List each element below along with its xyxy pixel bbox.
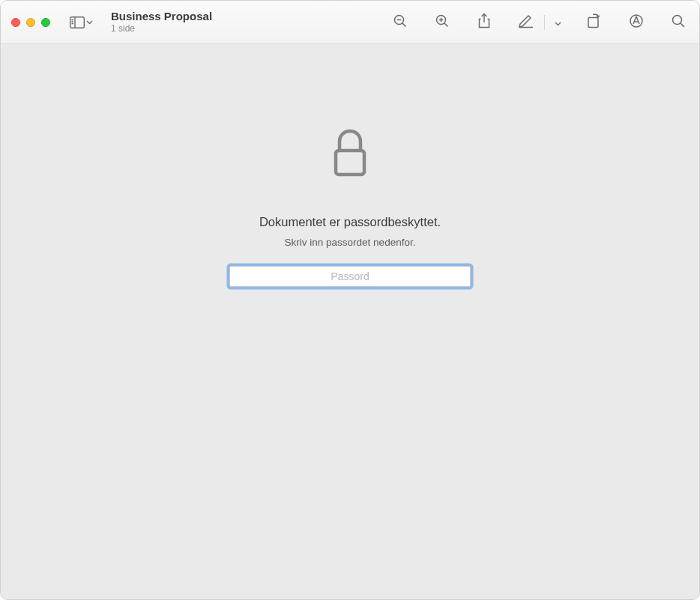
highlight-button[interactable] xyxy=(516,12,537,33)
zoom-in-button[interactable] xyxy=(432,12,453,33)
svg-line-6 xyxy=(402,23,406,27)
chevron-down-icon xyxy=(86,20,93,25)
svg-line-18 xyxy=(681,23,684,27)
svg-point-17 xyxy=(673,15,682,24)
share-button[interactable] xyxy=(474,12,495,33)
lock-icon xyxy=(329,127,371,184)
document-subtitle: 1 side xyxy=(111,24,212,34)
protected-message: Dokumentet er passordbeskyttet. xyxy=(259,215,441,229)
toolbar xyxy=(390,12,689,33)
password-input[interactable] xyxy=(229,266,471,287)
svg-rect-19 xyxy=(336,151,364,175)
sidebar-toggle-button[interactable] xyxy=(67,15,96,30)
markup-toolbar-button[interactable] xyxy=(626,12,647,33)
share-icon xyxy=(477,13,491,32)
search-icon xyxy=(671,13,686,31)
svg-rect-0 xyxy=(70,16,85,28)
rotate-icon xyxy=(586,13,603,32)
markup-icon xyxy=(629,13,644,31)
fullscreen-button[interactable] xyxy=(41,18,50,27)
document-title: Business Proposal xyxy=(111,10,212,22)
chevron-down-icon xyxy=(555,16,561,29)
markup-group xyxy=(516,12,563,33)
window-controls xyxy=(11,18,50,27)
zoom-out-button[interactable] xyxy=(390,12,411,33)
enter-password-message: Skriv inn passordet nedenfor. xyxy=(285,237,416,248)
app-window: Business Proposal 1 side xyxy=(0,0,700,600)
document-title-block: Business Proposal 1 side xyxy=(111,10,212,34)
svg-line-9 xyxy=(444,23,448,27)
sidebar-icon xyxy=(70,16,85,28)
zoom-out-icon xyxy=(393,13,408,31)
zoom-in-icon xyxy=(435,13,450,31)
pencil-icon xyxy=(518,13,534,31)
highlight-menu-button[interactable] xyxy=(552,12,563,33)
toolbar-divider xyxy=(544,15,545,30)
content-area: Dokumentet er passordbeskyttet. Skriv in… xyxy=(1,44,699,599)
rotate-button[interactable] xyxy=(584,12,605,33)
titlebar: Business Proposal 1 side xyxy=(1,1,699,44)
minimize-button[interactable] xyxy=(26,18,35,27)
svg-rect-14 xyxy=(588,17,598,27)
search-button[interactable] xyxy=(668,12,689,33)
close-button[interactable] xyxy=(11,18,20,27)
